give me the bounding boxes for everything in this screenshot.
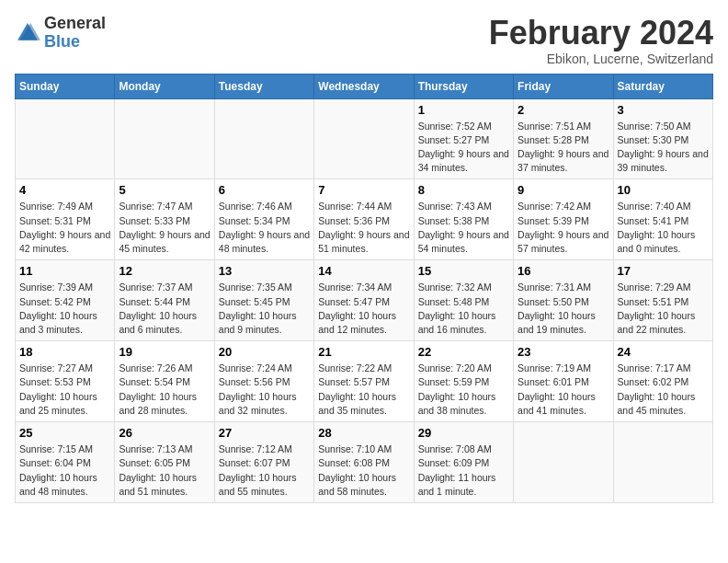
calendar-cell: 13Sunrise: 7:35 AM Sunset: 5:45 PM Dayli…: [214, 260, 313, 341]
calendar-cell: 18Sunrise: 7:27 AM Sunset: 5:53 PM Dayli…: [16, 341, 115, 422]
calendar-week-5: 25Sunrise: 7:15 AM Sunset: 6:04 PM Dayli…: [16, 422, 713, 503]
col-tuesday: Tuesday: [214, 74, 313, 98]
day-number: 15: [418, 264, 509, 278]
calendar-cell: [214, 98, 313, 179]
day-number: 18: [19, 345, 110, 359]
day-info: Sunrise: 7:34 AM Sunset: 5:47 PM Dayligh…: [318, 281, 409, 337]
day-info: Sunrise: 7:42 AM Sunset: 5:39 PM Dayligh…: [518, 200, 609, 256]
calendar-cell: 5Sunrise: 7:47 AM Sunset: 5:33 PM Daylig…: [115, 179, 214, 260]
col-monday: Monday: [115, 74, 214, 98]
day-info: Sunrise: 7:50 AM Sunset: 5:30 PM Dayligh…: [618, 120, 709, 176]
logo-text: General Blue: [44, 15, 106, 52]
day-info: Sunrise: 7:12 AM Sunset: 6:07 PM Dayligh…: [219, 442, 310, 499]
day-info: Sunrise: 7:27 AM Sunset: 5:53 PM Dayligh…: [19, 362, 110, 418]
day-info: Sunrise: 7:43 AM Sunset: 5:38 PM Dayligh…: [418, 200, 509, 256]
day-number: 14: [318, 264, 409, 278]
day-number: 3: [618, 103, 709, 117]
day-number: 6: [219, 183, 310, 197]
calendar-cell: 4Sunrise: 7:49 AM Sunset: 5:31 PM Daylig…: [16, 179, 115, 260]
day-info: Sunrise: 7:47 AM Sunset: 5:33 PM Dayligh…: [119, 200, 210, 256]
calendar-cell: 28Sunrise: 7:10 AM Sunset: 6:08 PM Dayli…: [314, 422, 414, 503]
logo-icon: [15, 20, 40, 46]
day-info: Sunrise: 7:15 AM Sunset: 6:04 PM Dayligh…: [19, 442, 110, 499]
day-info: Sunrise: 7:35 AM Sunset: 5:45 PM Dayligh…: [219, 281, 310, 337]
day-number: 28: [318, 426, 409, 440]
calendar-cell: 26Sunrise: 7:13 AM Sunset: 6:05 PM Dayli…: [115, 422, 214, 503]
calendar-cell: 20Sunrise: 7:24 AM Sunset: 5:56 PM Dayli…: [214, 341, 313, 422]
calendar-cell: 9Sunrise: 7:42 AM Sunset: 5:39 PM Daylig…: [514, 179, 613, 260]
day-number: 25: [19, 426, 110, 440]
logo-general-text: General: [44, 15, 106, 33]
main-title: February 2024: [489, 15, 713, 52]
day-number: 2: [518, 103, 609, 117]
calendar-cell: 2Sunrise: 7:51 AM Sunset: 5:28 PM Daylig…: [514, 98, 613, 179]
calendar-cell: 14Sunrise: 7:34 AM Sunset: 5:47 PM Dayli…: [314, 260, 414, 341]
day-info: Sunrise: 7:39 AM Sunset: 5:42 PM Dayligh…: [19, 281, 110, 337]
day-number: 26: [119, 426, 210, 440]
calendar-cell: 24Sunrise: 7:17 AM Sunset: 6:02 PM Dayli…: [613, 341, 712, 422]
calendar-cell: 7Sunrise: 7:44 AM Sunset: 5:36 PM Daylig…: [314, 179, 414, 260]
title-block: February 2024 Ebikon, Lucerne, Switzerla…: [489, 15, 713, 66]
calendar-cell: 19Sunrise: 7:26 AM Sunset: 5:54 PM Dayli…: [115, 341, 214, 422]
day-info: Sunrise: 7:29 AM Sunset: 5:51 PM Dayligh…: [618, 281, 709, 337]
day-info: Sunrise: 7:10 AM Sunset: 6:08 PM Dayligh…: [318, 442, 409, 499]
calendar-week-1: 1Sunrise: 7:52 AM Sunset: 5:27 PM Daylig…: [16, 98, 713, 179]
calendar-week-3: 11Sunrise: 7:39 AM Sunset: 5:42 PM Dayli…: [16, 260, 713, 341]
col-wednesday: Wednesday: [314, 74, 414, 98]
day-info: Sunrise: 7:52 AM Sunset: 5:27 PM Dayligh…: [418, 120, 509, 176]
day-number: 21: [318, 345, 409, 359]
calendar-cell: [314, 98, 414, 179]
subtitle: Ebikon, Lucerne, Switzerland: [489, 52, 713, 66]
day-number: 4: [19, 183, 110, 197]
day-number: 7: [318, 183, 409, 197]
day-number: 9: [518, 183, 609, 197]
logo-blue-text: Blue: [44, 33, 106, 52]
day-info: Sunrise: 7:49 AM Sunset: 5:31 PM Dayligh…: [19, 200, 110, 256]
day-info: Sunrise: 7:17 AM Sunset: 6:02 PM Dayligh…: [618, 362, 709, 418]
calendar-cell: 23Sunrise: 7:19 AM Sunset: 6:01 PM Dayli…: [514, 341, 613, 422]
day-number: 16: [518, 264, 609, 278]
day-number: 29: [418, 426, 509, 440]
day-info: Sunrise: 7:13 AM Sunset: 6:05 PM Dayligh…: [119, 442, 210, 499]
calendar-week-4: 18Sunrise: 7:27 AM Sunset: 5:53 PM Dayli…: [16, 341, 713, 422]
col-saturday: Saturday: [613, 74, 712, 98]
day-number: 8: [418, 183, 509, 197]
day-number: 10: [618, 183, 709, 197]
calendar-cell: 21Sunrise: 7:22 AM Sunset: 5:57 PM Dayli…: [314, 341, 414, 422]
day-info: Sunrise: 7:26 AM Sunset: 5:54 PM Dayligh…: [119, 362, 210, 418]
day-info: Sunrise: 7:20 AM Sunset: 5:59 PM Dayligh…: [418, 362, 509, 418]
day-number: 13: [219, 264, 310, 278]
calendar-week-2: 4Sunrise: 7:49 AM Sunset: 5:31 PM Daylig…: [16, 179, 713, 260]
day-number: 20: [219, 345, 310, 359]
calendar-cell: [16, 98, 115, 179]
day-info: Sunrise: 7:51 AM Sunset: 5:28 PM Dayligh…: [518, 120, 609, 176]
col-friday: Friday: [514, 74, 613, 98]
day-info: Sunrise: 7:37 AM Sunset: 5:44 PM Dayligh…: [119, 281, 210, 337]
calendar-cell: 22Sunrise: 7:20 AM Sunset: 5:59 PM Dayli…: [414, 341, 513, 422]
calendar-cell: 11Sunrise: 7:39 AM Sunset: 5:42 PM Dayli…: [16, 260, 115, 341]
calendar-cell: [613, 422, 712, 503]
day-number: 11: [19, 264, 110, 278]
day-number: 23: [518, 345, 609, 359]
day-info: Sunrise: 7:40 AM Sunset: 5:41 PM Dayligh…: [618, 200, 709, 256]
day-info: Sunrise: 7:31 AM Sunset: 5:50 PM Dayligh…: [518, 281, 609, 337]
col-sunday: Sunday: [16, 74, 115, 98]
calendar-cell: 25Sunrise: 7:15 AM Sunset: 6:04 PM Dayli…: [16, 422, 115, 503]
day-info: Sunrise: 7:08 AM Sunset: 6:09 PM Dayligh…: [418, 442, 509, 499]
logo: General Blue: [15, 15, 106, 52]
day-number: 19: [119, 345, 210, 359]
calendar-cell: [514, 422, 613, 503]
calendar-cell: 15Sunrise: 7:32 AM Sunset: 5:48 PM Dayli…: [414, 260, 513, 341]
col-thursday: Thursday: [414, 74, 513, 98]
calendar-body: 1Sunrise: 7:52 AM Sunset: 5:27 PM Daylig…: [16, 98, 713, 502]
day-number: 17: [618, 264, 709, 278]
calendar-cell: 3Sunrise: 7:50 AM Sunset: 5:30 PM Daylig…: [613, 98, 712, 179]
calendar-table: Sunday Monday Tuesday Wednesday Thursday…: [15, 74, 713, 503]
calendar-cell: 29Sunrise: 7:08 AM Sunset: 6:09 PM Dayli…: [414, 422, 513, 503]
calendar-cell: 16Sunrise: 7:31 AM Sunset: 5:50 PM Dayli…: [514, 260, 613, 341]
calendar-cell: 27Sunrise: 7:12 AM Sunset: 6:07 PM Dayli…: [214, 422, 313, 503]
page-header: General Blue February 2024 Ebikon, Lucer…: [15, 15, 713, 66]
calendar-cell: 10Sunrise: 7:40 AM Sunset: 5:41 PM Dayli…: [613, 179, 712, 260]
day-number: 12: [119, 264, 210, 278]
calendar-cell: 8Sunrise: 7:43 AM Sunset: 5:38 PM Daylig…: [414, 179, 513, 260]
